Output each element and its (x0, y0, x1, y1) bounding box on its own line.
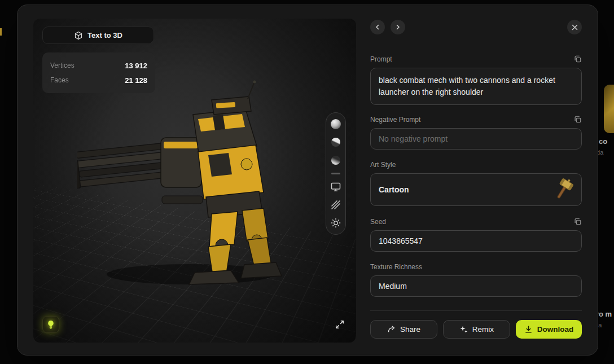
stat-label: Vertices (50, 62, 74, 69)
panel-divider (370, 310, 582, 311)
material-sphere-icon[interactable] (330, 119, 341, 130)
model-details-modal: Text to 3D Vertices 13 912 Faces 21 128 (17, 5, 598, 356)
mesh-stats-panel: Vertices 13 912 Faces 21 128 (42, 52, 155, 93)
copy-negative-prompt-button[interactable] (573, 115, 582, 124)
sparkles-icon (459, 325, 468, 334)
expand-icon (335, 319, 345, 330)
copy-icon (573, 55, 582, 63)
copy-icon (573, 217, 582, 226)
art-style-label: Art Style (370, 161, 396, 169)
display-icon[interactable] (330, 181, 341, 192)
next-button[interactable] (391, 20, 405, 34)
share-label: Share (400, 325, 420, 334)
copy-icon (573, 115, 582, 124)
stat-value: 21 128 (125, 76, 147, 85)
download-button[interactable]: Download (516, 320, 582, 339)
mech-model-render (77, 80, 303, 288)
matcap-light-icon[interactable] (330, 137, 341, 148)
download-icon (524, 325, 533, 334)
copy-prompt-button[interactable] (573, 55, 582, 63)
text-to-3d-badge: Text to 3D (42, 27, 154, 44)
background-edge-thumbnail (0, 28, 2, 36)
prev-button[interactable] (370, 20, 385, 34)
share-icon (387, 325, 396, 334)
toolbar-divider (331, 173, 340, 174)
art-style-select[interactable]: Cartoon (370, 173, 582, 206)
brightness-icon[interactable] (330, 217, 341, 229)
prompt-field[interactable]: black combat mech with two cannons and a… (370, 68, 582, 105)
texture-richness-select[interactable]: Medium (370, 275, 582, 297)
remix-label: Remix (472, 325, 494, 334)
viewport-3d[interactable]: Text to 3D Vertices 13 912 Faces 21 128 (33, 19, 356, 343)
fullscreen-button[interactable] (332, 317, 347, 332)
close-button[interactable] (567, 20, 582, 34)
wireframe-icon[interactable] (330, 199, 341, 210)
cube-icon (74, 31, 83, 40)
chevron-right-icon (394, 24, 401, 30)
copy-seed-button[interactable] (573, 217, 582, 226)
stat-label: Faces (50, 76, 69, 84)
viewport-toolbar (326, 112, 346, 235)
stat-row: Vertices 13 912 (50, 58, 147, 73)
negative-prompt-field[interactable] (370, 128, 582, 150)
chevron-left-icon (374, 24, 381, 30)
download-label: Download (537, 325, 574, 334)
badge-label: Text to 3D (87, 31, 122, 40)
hammer-thumbnail (552, 178, 574, 201)
texture-richness-label: Texture Richness (370, 263, 422, 271)
stat-row: Faces 21 128 (50, 73, 147, 87)
seed-label: Seed (370, 218, 386, 226)
prompt-label: Prompt (370, 55, 392, 63)
close-icon (572, 24, 578, 30)
lightbulb-icon (46, 319, 56, 330)
seed-field[interactable] (370, 230, 582, 252)
art-style-value: Cartoon (379, 185, 409, 194)
panel-nav (370, 20, 582, 34)
generation-settings-panel: Prompt black combat mech with two cannon… (370, 20, 582, 339)
lighting-button[interactable] (42, 316, 59, 333)
negative-prompt-label: Negative Prompt (370, 116, 420, 124)
background-model-thumbnail (604, 85, 614, 133)
texture-richness-value: Medium (379, 282, 407, 291)
matcap-dark-icon[interactable] (330, 155, 341, 166)
remix-button[interactable]: Remix (443, 320, 510, 339)
stat-value: 13 912 (125, 62, 147, 70)
share-button[interactable]: Share (370, 320, 437, 339)
action-bar: Share Remix Download (370, 320, 582, 339)
